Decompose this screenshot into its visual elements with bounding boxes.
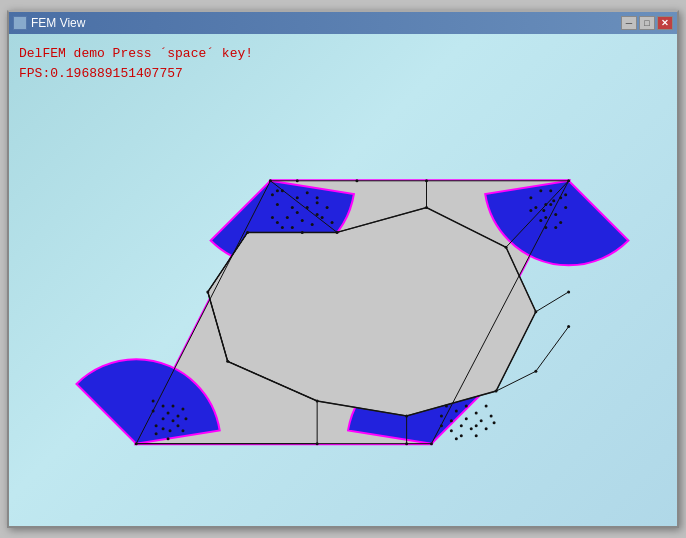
fem-canvas bbox=[9, 34, 677, 526]
content-area: DelFEM demo Press ´space´ key! FPS:0.196… bbox=[9, 34, 677, 526]
demo-label: DelFEM demo Press ´space´ key! bbox=[19, 44, 253, 64]
fps-label: FPS:0.196889151407757 bbox=[19, 64, 253, 84]
window-title: FEM View bbox=[31, 16, 85, 30]
title-controls: ─ □ ✕ bbox=[621, 16, 673, 30]
title-bar: FEM View ─ □ ✕ bbox=[9, 12, 677, 34]
close-button[interactable]: ✕ bbox=[657, 16, 673, 30]
minimize-button[interactable]: ─ bbox=[621, 16, 637, 30]
main-window: FEM View ─ □ ✕ DelFEM demo Press ´space´… bbox=[7, 10, 679, 528]
info-overlay: DelFEM demo Press ´space´ key! FPS:0.196… bbox=[19, 44, 253, 83]
maximize-button[interactable]: □ bbox=[639, 16, 655, 30]
window-icon bbox=[13, 16, 27, 30]
title-bar-left: FEM View bbox=[13, 16, 85, 30]
